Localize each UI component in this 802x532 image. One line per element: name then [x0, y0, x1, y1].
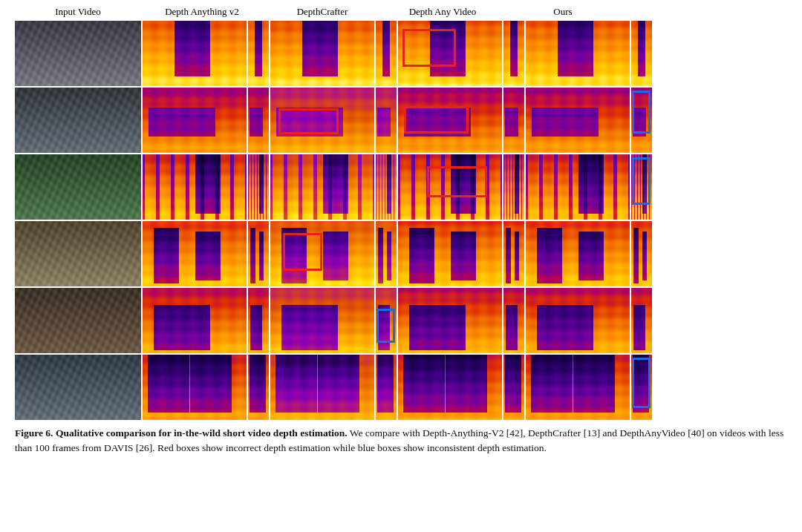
canvas-3-da_main [143, 221, 247, 286]
canvas-1-da_small [248, 88, 269, 153]
canvas-3-dc_main [270, 221, 374, 286]
canvas-3-dc_small [376, 221, 397, 286]
cell-4-ours_small [631, 288, 652, 353]
cell-0-dav_main [398, 21, 502, 86]
cell-5-ours_main [526, 355, 630, 420]
cell-4-da_small [248, 288, 269, 353]
canvas-0-da_small [248, 21, 269, 86]
canvas-3-input [15, 221, 141, 286]
canvas-5-input [15, 355, 141, 420]
cell-2-da_main [143, 154, 247, 220]
canvas-5-dav_small [503, 355, 524, 420]
grid-row-0 [15, 21, 787, 86]
canvas-4-dc_main [270, 288, 374, 353]
canvas-1-dc_small [376, 88, 397, 153]
canvas-2-da_small [248, 154, 269, 220]
canvas-1-input [15, 88, 141, 153]
canvas-5-dc_small [376, 355, 397, 420]
cell-2-ours_small [631, 154, 652, 220]
cell-1-da_small [248, 88, 269, 153]
canvas-2-dav_small [503, 154, 524, 220]
grid-row-3 [15, 221, 787, 286]
cell-5-dav_small [503, 355, 524, 420]
canvas-4-dav_main [398, 288, 502, 353]
page-container: Input Video Depth Anything v2 DepthCraft… [0, 0, 802, 532]
grid-row-1 [15, 88, 787, 153]
cell-1-dav_small [503, 88, 524, 153]
cell-5-dav_main [398, 355, 502, 420]
canvas-1-ours_small [631, 88, 652, 153]
figure-label: Figure 6. [15, 427, 53, 439]
cell-4-ours_main [526, 288, 630, 353]
caption-bold: Qualitative comparison for in-the-wild s… [53, 427, 348, 439]
cell-1-ours_main [526, 88, 630, 153]
cell-3-dc_small [376, 221, 397, 286]
canvas-1-dav_main [398, 88, 502, 153]
cell-0-da_main [143, 21, 247, 86]
cell-2-da_small [248, 154, 269, 220]
canvas-0-da_main [143, 21, 247, 86]
canvas-4-ours_main [526, 288, 630, 353]
cell-1-da_main [143, 88, 247, 153]
cell-2-ours_main [526, 154, 630, 220]
canvas-0-input [15, 21, 141, 86]
canvas-2-ours_main [526, 154, 630, 220]
cell-4-da_main [143, 288, 247, 353]
canvas-2-da_main [143, 154, 247, 220]
cell-1-dc_main [270, 88, 374, 153]
canvas-0-dav_main [398, 21, 502, 86]
canvas-3-ours_main [526, 221, 630, 286]
canvas-0-ours_main [526, 21, 630, 86]
cell-2-dav_small [503, 154, 524, 220]
cell-5-dc_main [270, 355, 374, 420]
cell-4-dc_small [376, 288, 397, 353]
cell-1-ours_small [631, 88, 652, 153]
canvas-0-dc_small [376, 21, 397, 86]
cell-5-da_main [143, 355, 247, 420]
figure-caption: Figure 6. Qualitative comparison for in-… [15, 426, 787, 456]
cell-0-ours_small [631, 21, 652, 86]
cell-3-input [15, 221, 141, 286]
grid-row-4 [15, 288, 787, 353]
cell-1-dc_small [376, 88, 397, 153]
canvas-4-da_small [248, 288, 269, 353]
cell-3-ours_main [526, 221, 630, 286]
canvas-5-ours_main [526, 355, 630, 420]
canvas-4-dc_small [376, 288, 397, 353]
cell-4-dc_main [270, 288, 374, 353]
canvas-4-input [15, 288, 141, 353]
canvas-2-dc_small [376, 154, 397, 220]
cell-0-dc_main [270, 21, 374, 86]
cell-4-dav_main [398, 288, 502, 353]
cell-2-dc_main [270, 154, 374, 220]
cell-0-da_small [248, 21, 269, 86]
cell-0-input [15, 21, 141, 86]
grid-row-5 [15, 355, 787, 420]
canvas-3-dav_small [503, 221, 524, 286]
canvas-5-da_small [248, 355, 269, 420]
header-depthcrafter: DepthCrafter [263, 6, 382, 18]
canvas-5-dc_main [270, 355, 374, 420]
cell-4-input [15, 288, 141, 353]
cell-4-dav_small [503, 288, 524, 353]
column-headers: Input Video Depth Anything v2 DepthCraft… [15, 6, 787, 18]
canvas-1-dav_small [503, 88, 524, 153]
canvas-4-da_main [143, 288, 247, 353]
header-input: Input Video [15, 6, 141, 18]
cell-1-input [15, 88, 141, 153]
cell-3-da_main [143, 221, 247, 286]
canvas-1-dc_main [270, 88, 374, 153]
canvas-2-dav_main [398, 154, 502, 220]
cell-5-da_small [248, 355, 269, 420]
canvas-0-dav_small [503, 21, 524, 86]
cell-2-input [15, 154, 141, 220]
canvas-3-dav_main [398, 221, 502, 286]
canvas-3-da_small [248, 221, 269, 286]
canvas-2-input [15, 154, 141, 220]
header-ours: Ours [503, 6, 622, 18]
canvas-4-ours_small [631, 288, 652, 353]
canvas-2-ours_small [631, 154, 652, 220]
canvas-1-da_main [143, 88, 247, 153]
cell-5-dc_small [376, 355, 397, 420]
cell-1-dav_main [398, 88, 502, 153]
